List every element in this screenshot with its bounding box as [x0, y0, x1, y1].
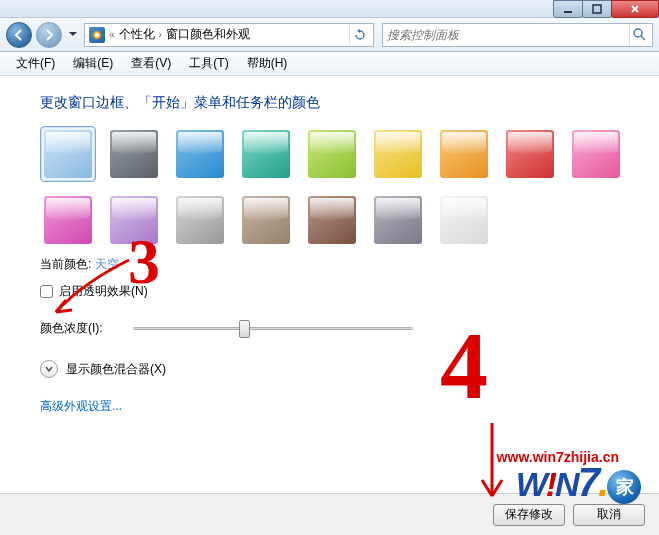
intensity-row: 颜色浓度(I):: [40, 318, 631, 338]
menu-help[interactable]: 帮助(H): [239, 52, 296, 75]
color-swatch-blue[interactable]: [172, 126, 228, 182]
minimize-button[interactable]: [553, 0, 583, 18]
color-swatch-green[interactable]: [304, 126, 360, 182]
menu-tools[interactable]: 工具(T): [181, 52, 236, 75]
intensity-slider[interactable]: [133, 318, 413, 338]
color-swatch-lavender[interactable]: [106, 192, 162, 248]
forward-button[interactable]: [36, 22, 62, 48]
intensity-label: 颜色浓度(I):: [40, 320, 115, 337]
swatch-preview: [308, 130, 356, 178]
advanced-appearance-link[interactable]: 高级外观设置...: [40, 399, 122, 413]
transparency-checkbox[interactable]: [40, 285, 53, 298]
swatch-preview: [506, 130, 554, 178]
swatch-preview: [374, 196, 422, 244]
color-swatch-frost[interactable]: [436, 192, 492, 248]
history-dropdown[interactable]: [66, 25, 80, 45]
page-title: 更改窗口边框、「开始」菜单和任务栏的颜色: [40, 94, 631, 112]
address-bar[interactable]: « 个性化 › 窗口颜色和外观: [84, 23, 374, 47]
swatch-preview: [176, 196, 224, 244]
swatch-preview: [308, 196, 356, 244]
swatch-preview: [44, 196, 92, 244]
color-swatch-fuchsia[interactable]: [40, 192, 96, 248]
current-color-label: 当前颜色:: [40, 257, 95, 271]
breadcrumb-sep: ›: [159, 29, 162, 40]
slider-thumb[interactable]: [239, 320, 250, 338]
slider-track: [133, 327, 413, 330]
color-mixer-label: 显示颜色混合器(X): [66, 361, 166, 378]
svg-rect-0: [564, 11, 572, 13]
navigation-bar: « 个性化 › 窗口颜色和外观: [0, 18, 659, 52]
color-swatches: [40, 126, 631, 248]
breadcrumb-chevron: «: [109, 29, 115, 40]
color-swatch-yellow[interactable]: [370, 126, 426, 182]
color-mixer-toggle[interactable]: 显示颜色混合器(X): [40, 360, 631, 378]
current-color-value: 天空: [95, 257, 119, 271]
back-button[interactable]: [6, 22, 32, 48]
swatch-preview: [176, 130, 224, 178]
current-color-line: 当前颜色: 天空: [40, 256, 631, 273]
swatch-preview: [440, 196, 488, 244]
color-swatch-graphite[interactable]: [106, 126, 162, 182]
menu-bar: 文件(F) 编辑(E) 查看(V) 工具(T) 帮助(H): [0, 52, 659, 76]
svg-point-2: [634, 29, 642, 37]
swatch-preview: [242, 196, 290, 244]
chevron-down-icon[interactable]: [40, 360, 58, 378]
menu-view[interactable]: 查看(V): [123, 52, 179, 75]
swatch-preview: [44, 130, 92, 178]
color-swatch-sky[interactable]: [40, 126, 96, 182]
color-swatch-red[interactable]: [502, 126, 558, 182]
swatch-preview: [374, 130, 422, 178]
color-swatch-slate[interactable]: [370, 192, 426, 248]
breadcrumb-personalization[interactable]: 个性化: [119, 26, 155, 43]
swatch-preview: [572, 130, 620, 178]
save-button[interactable]: 保存修改: [493, 504, 565, 526]
svg-rect-1: [593, 5, 601, 13]
breadcrumb-window-color[interactable]: 窗口颜色和外观: [166, 26, 250, 43]
swatch-preview: [110, 130, 158, 178]
menu-edit[interactable]: 编辑(E): [65, 52, 121, 75]
search-input[interactable]: [387, 28, 629, 42]
color-swatch-taupe[interactable]: [238, 192, 294, 248]
transparency-row[interactable]: 启用透明效果(N): [40, 283, 631, 300]
personalization-icon: [89, 27, 105, 43]
window-titlebar: [0, 0, 659, 18]
color-swatch-chocolate[interactable]: [304, 192, 360, 248]
search-box[interactable]: [382, 23, 653, 47]
color-swatch-pink[interactable]: [568, 126, 624, 182]
close-button[interactable]: [611, 0, 659, 18]
content-area: 更改窗口边框、「开始」菜单和任务栏的颜色 当前颜色: 天空 启用透明效果(N) …: [0, 76, 659, 493]
transparency-label: 启用透明效果(N): [59, 283, 148, 300]
color-swatch-orange[interactable]: [436, 126, 492, 182]
color-swatch-teal[interactable]: [238, 126, 294, 182]
swatch-preview: [440, 130, 488, 178]
cancel-button[interactable]: 取消: [573, 504, 645, 526]
color-swatch-silver[interactable]: [172, 192, 228, 248]
advanced-link-row: 高级外观设置...: [40, 396, 631, 415]
swatch-preview: [242, 130, 290, 178]
maximize-button[interactable]: [582, 0, 612, 18]
watermark-logo: W!N7.家: [516, 460, 641, 505]
refresh-button[interactable]: [349, 25, 369, 45]
search-icon[interactable]: [629, 24, 648, 46]
swatch-preview: [110, 196, 158, 244]
menu-file[interactable]: 文件(F): [8, 52, 63, 75]
